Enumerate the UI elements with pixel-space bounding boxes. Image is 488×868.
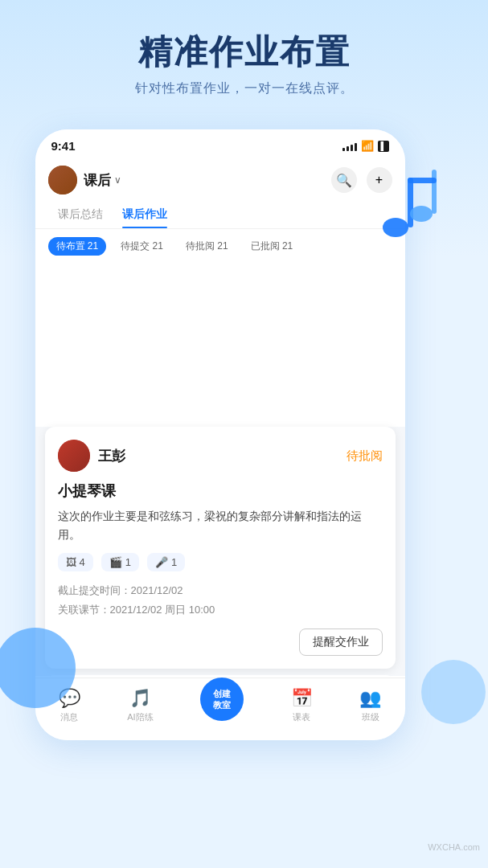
user-avatar (48, 166, 77, 194)
signal-bar-1 (342, 148, 345, 151)
header-section: 精准作业布置 针对性布置作业，一对一在线点评。 (0, 0, 488, 97)
signal-icon (342, 141, 357, 151)
student-name: 王彭 (98, 447, 125, 465)
create-classroom-button[interactable]: 创建教室 (200, 678, 244, 721)
filter-pending-review[interactable]: 待批阅 21 (178, 237, 236, 256)
bottom-navigation: 💬 消息 🎵 AI陪练 创建教室 📅 课表 👥 班级 (35, 678, 405, 740)
tabs-row: 课后总结 课后作业 (35, 201, 405, 229)
search-button[interactable]: 🔍 (331, 167, 357, 193)
tab-lesson-summary[interactable]: 课后总结 (48, 201, 113, 228)
signal-bar-2 (347, 146, 349, 151)
ai-icon: 🎵 (129, 688, 151, 709)
filter-row: 待布置 21 待提交 21 待批阅 21 已批阅 21 (35, 229, 405, 264)
chevron-down-icon: ∨ (114, 174, 121, 186)
status-bar: 9:41 📶 ▌ (35, 129, 405, 159)
class-icon: 👥 (359, 688, 381, 709)
signal-bar-4 (355, 143, 357, 151)
create-classroom-label: 创建教室 (213, 688, 231, 711)
search-icon: 🔍 (336, 173, 352, 188)
nav-schedule[interactable]: 📅 课表 (291, 688, 313, 723)
student-avatar (58, 440, 90, 472)
nav-class[interactable]: 👥 班级 (359, 688, 381, 723)
music-note-decoration (373, 162, 461, 250)
battery-icon: ▌ (378, 141, 388, 152)
schedule-icon: 📅 (291, 688, 313, 709)
filter-pending-assign[interactable]: 待布置 21 (48, 237, 107, 256)
blue-blob-right (421, 660, 486, 724)
phone-area: 9:41 📶 ▌ 课后 ∨ (19, 113, 470, 772)
filter-reviewed[interactable]: 已批阅 21 (243, 237, 301, 256)
sub-title: 针对性布置作业，一对一在线点评。 (0, 80, 488, 97)
nav-class-label: 班级 (362, 711, 379, 723)
nav-ai-label: AI陪练 (127, 711, 153, 723)
card-header: 王彭 待批阅 (58, 440, 383, 472)
main-title: 精准作业布置 (0, 32, 488, 72)
audio-icon: 🎤 (155, 556, 168, 568)
video-icon: 🎬 (109, 556, 122, 568)
nav-create-classroom[interactable]: 创建教室 (200, 678, 244, 721)
filter-pending-submit[interactable]: 待提交 21 (113, 237, 171, 256)
attachment-image[interactable]: 🖼 4 (58, 553, 93, 571)
status-icons: 📶 ▌ (342, 140, 388, 152)
svg-point-2 (410, 206, 433, 222)
homework-card: 王彭 待批阅 小提琴课 这次的作业主要是和弦练习，梁祝的复杂部分讲解和指法的运用… (45, 427, 396, 669)
header-title: 课后 (84, 171, 111, 190)
watermark: WXCHA.com (428, 842, 480, 852)
student-info: 王彭 (58, 440, 125, 472)
remind-submit-button[interactable]: 提醒交作业 (299, 628, 383, 656)
homework-title: 小提琴课 (58, 481, 383, 501)
status-time: 9:41 (51, 139, 76, 153)
status-badge: 待批阅 (347, 448, 383, 464)
nav-schedule-label: 课表 (293, 711, 310, 723)
homework-description: 这次的作业主要是和弦练习，梁祝的复杂部分讲解和指法的运用。 (58, 507, 383, 543)
attachment-audio[interactable]: 🎤 1 (147, 553, 185, 571)
nav-ai-practice[interactable]: 🎵 AI陪练 (127, 688, 153, 723)
phone-mockup: 9:41 📶 ▌ 课后 ∨ (35, 129, 405, 740)
deadline-text: 截止提交时间：2021/12/02 (58, 581, 383, 600)
svg-rect-3 (432, 170, 437, 214)
svg-rect-1 (408, 178, 413, 227)
attachment-video[interactable]: 🎬 1 (101, 553, 139, 571)
related-lesson-text: 关联课节：2021/12/02 周日 10:00 (58, 600, 383, 619)
svg-point-0 (383, 218, 408, 237)
app-header: 课后 ∨ 🔍 + (35, 159, 405, 201)
signal-bar-3 (351, 145, 353, 151)
attachments-row: 🖼 4 🎬 1 🎤 1 (58, 553, 383, 571)
tab-homework[interactable]: 课后作业 (113, 201, 177, 228)
svg-rect-4 (408, 178, 437, 183)
meta-info: 截止提交时间：2021/12/02 关联课节：2021/12/02 周日 10:… (58, 581, 383, 619)
nav-messages-label: 消息 (60, 711, 78, 723)
wifi-icon: 📶 (361, 140, 374, 152)
header-title-row[interactable]: 课后 ∨ (84, 171, 331, 190)
card-footer: 提醒交作业 (58, 628, 383, 656)
image-icon: 🖼 (66, 556, 76, 568)
card-area: 王彭 待批阅 小提琴课 这次的作业主要是和弦练习，梁祝的复杂部分讲解和指法的运用… (35, 427, 405, 676)
